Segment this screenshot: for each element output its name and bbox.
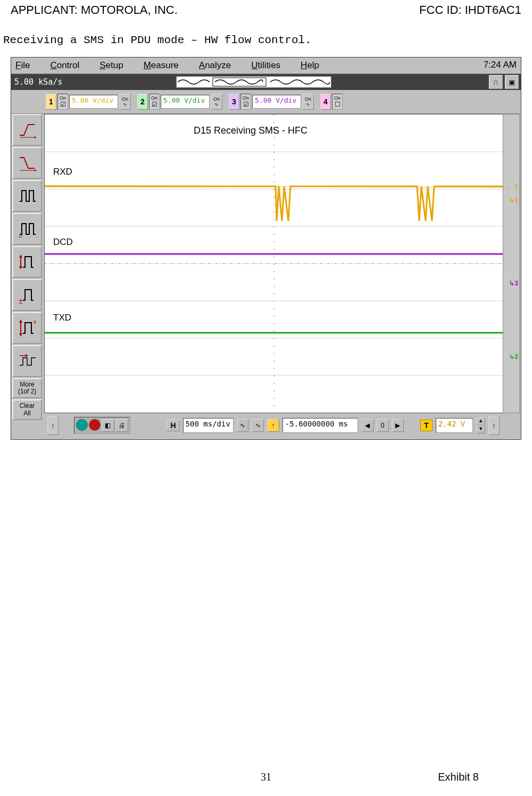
expand-icon[interactable]: ▣ [505, 75, 519, 89]
trigger-field[interactable]: 2.42 V [436, 418, 473, 433]
channel-3: 3 On☑ 5.00 V/div On∿ [229, 94, 314, 110]
t-badge: T [420, 420, 433, 431]
print-button[interactable]: 🖨 [115, 419, 128, 432]
ch2-coupling[interactable]: On∿ [211, 94, 222, 110]
menu-setup[interactable]: Setup [99, 60, 123, 71]
trigger-spinner[interactable]: ▲▼ [476, 417, 485, 433]
base-top-tool[interactable]: ± [12, 279, 42, 311]
menu-bar: File Control Setup Measure Analyze Utili… [11, 58, 521, 74]
pulse-width-tool[interactable] [12, 180, 42, 212]
channel-1: 1 On☑ 5.00 V/div On∿ [46, 94, 131, 110]
ch1-scale[interactable]: 5.00 V/div [69, 95, 118, 109]
waveform-display[interactable]: D15 Receiving SMS - HFC RXD DCD TXD [44, 114, 504, 413]
oscilloscope-window: File Control Setup Measure Analyze Utili… [11, 57, 521, 440]
ch2-badge[interactable]: 2 [137, 94, 148, 110]
menu-utilities[interactable]: Utilities [251, 60, 280, 71]
left-toolbar: 1/ ± x More (1of 2) Clear All [12, 114, 42, 420]
svg-marker-13 [26, 354, 28, 357]
menu-help[interactable]: Help [301, 60, 319, 71]
run-button[interactable] [76, 419, 88, 431]
menu-measure[interactable]: Measure [144, 60, 179, 71]
ch1-on-toggle[interactable]: On☑ [57, 94, 68, 110]
edge-rise-tool[interactable] [12, 114, 42, 146]
description-text: Receiving a SMS in PDU mode – HW flow co… [3, 34, 521, 46]
pulse-mode-icon[interactable]: ⎍ [489, 75, 503, 89]
ch2-scale[interactable]: 5.00 V/div [161, 95, 210, 109]
run-stop-group: ◧ 🖨 [74, 417, 130, 434]
delay-anchor-icon[interactable]: ↑ [267, 419, 279, 432]
mode-btn-1[interactable]: ∿ [237, 419, 249, 432]
ch1-coupling[interactable]: On∿ [119, 94, 131, 110]
bottom-bar: ↑ ◧ 🖨 H 500 ms/div ∿ ∿ ↑ -5.60000000 ms … [44, 414, 503, 437]
edge-fall-tool[interactable] [12, 147, 42, 179]
ch1-badge[interactable]: 1 [46, 94, 56, 110]
ch1-marker: ↳1 [505, 196, 518, 204]
svg-text:±: ± [19, 297, 23, 305]
peak-peak-tool[interactable]: x [12, 312, 42, 344]
svg-text:x: x [34, 319, 36, 325]
ch3-scale[interactable]: 5.00 V/div [252, 95, 301, 109]
amplitude-tool[interactable] [12, 246, 42, 278]
waveform-title: D15 Receiving SMS - HFC [194, 125, 307, 136]
timebase-field[interactable]: 500 ms/div [183, 418, 234, 433]
channel-bar: 1 On☑ 5.00 V/div On∿ 2 On☑ 5.00 V/div On… [11, 90, 521, 114]
svg-text:1/: 1/ [19, 233, 23, 239]
acquisition-indicator [176, 76, 331, 88]
ch3-marker: ↳3 [505, 280, 518, 287]
ch3-on-toggle[interactable]: On☑ [240, 94, 251, 110]
sample-rate: 5.00 kSa/s [14, 77, 62, 87]
channel-2: 2 On☑ 5.00 V/div On∿ [137, 94, 222, 110]
scroll-up-left[interactable]: ↑ [47, 416, 59, 435]
fcc-id-text: FCC ID: IHDT6AC1 [419, 3, 521, 17]
scroll-up-right[interactable]: ↑ [488, 416, 500, 435]
more-button[interactable]: More (1of 2) [12, 378, 42, 398]
svg-marker-6 [19, 266, 22, 269]
svg-marker-2 [35, 169, 37, 171]
stop-button[interactable] [89, 419, 101, 431]
single-button[interactable]: ◧ [102, 419, 114, 432]
rate-bar: 5.00 kSa/s ⎍ ▣ [11, 74, 521, 90]
h-badge: H [167, 420, 179, 431]
label-txd: TXD [53, 313, 71, 323]
delay-field[interactable]: -5.60000000 ms [282, 418, 358, 433]
delay-right[interactable]: ▶ [392, 419, 404, 432]
delay-zero[interactable]: 0 [377, 419, 389, 432]
svg-marker-9 [19, 319, 22, 323]
clear-all-button[interactable]: Clear All [12, 399, 42, 420]
clock-text: 7:24 AM [484, 60, 517, 70]
svg-marker-5 [19, 255, 22, 258]
menu-control[interactable]: Control [50, 60, 79, 71]
menu-analyze[interactable]: Analyze [199, 60, 231, 71]
trigger-marker: ← T [505, 184, 518, 191]
label-dcd: DCD [53, 237, 73, 248]
menu-file[interactable]: File [15, 60, 30, 71]
exhibit-text: Exhibit 8 [438, 771, 479, 783]
ch4-on-toggle[interactable]: On☐ [332, 94, 343, 110]
delta-time-tool[interactable] [12, 345, 42, 377]
ch2-on-toggle[interactable]: On☑ [149, 94, 160, 110]
ch3-coupling[interactable]: On∿ [302, 94, 314, 110]
svg-marker-10 [19, 333, 22, 337]
mode-btn-2[interactable]: ∿ [252, 419, 264, 432]
ch4-badge[interactable]: 4 [320, 94, 331, 110]
ch2-marker: ↳2 [505, 353, 518, 360]
period-tool[interactable]: 1/ [12, 213, 42, 245]
marker-strip: ← T ↳1 ↳3 ↳2 [503, 114, 520, 413]
doc-header: APPLICANT: MOTOROLA, INC. FCC ID: IHDT6A… [11, 0, 521, 27]
delay-left[interactable]: ◀ [361, 419, 373, 432]
svg-marker-1 [35, 136, 37, 138]
ch3-badge[interactable]: 3 [229, 94, 239, 110]
label-rxd: RXD [53, 167, 72, 177]
channel-4: 4 On☐ [320, 94, 343, 110]
applicant-text: APPLICANT: MOTOROLA, INC. [11, 3, 178, 17]
